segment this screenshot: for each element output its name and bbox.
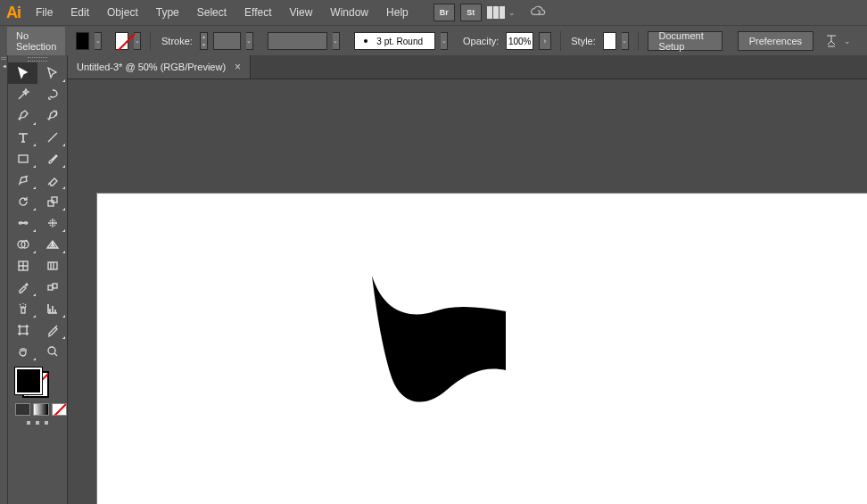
menu-object[interactable]: Object [98, 0, 147, 25]
line-segment-tool[interactable] [37, 127, 67, 148]
shape-builder-tool[interactable] [8, 234, 37, 255]
stroke-swatch[interactable] [115, 32, 128, 50]
mesh-tool[interactable] [8, 255, 37, 277]
bridge-button[interactable]: Br [434, 4, 455, 21]
tools-panel [8, 55, 68, 504]
brush-dropdown[interactable]: ⌄ [441, 32, 448, 50]
eyedropper-tool[interactable] [8, 277, 37, 298]
panel-dock-left[interactable]: ◂◂ [0, 55, 8, 504]
menu-items: File Edit Object Type Select Effect View… [27, 0, 417, 25]
lasso-tool[interactable] [37, 84, 67, 105]
menu-edit[interactable]: Edit [62, 0, 98, 25]
svg-rect-0 [19, 155, 28, 162]
fill-color-swatch[interactable] [15, 368, 42, 394]
zoom-tool[interactable] [37, 341, 67, 362]
collapse-dock-icon[interactable]: ◂◂ [0, 62, 7, 69]
control-bar: No Selection ⌄ ⌄ Stroke: ▲▼ ⌄ ⌄ 3 pt. Ro… [0, 25, 867, 57]
gradient-tool[interactable] [37, 255, 67, 277]
artboard[interactable] [96, 193, 867, 504]
slice-tool[interactable] [37, 319, 67, 341]
blend-tool[interactable] [37, 277, 67, 298]
menu-help[interactable]: Help [377, 0, 417, 25]
pen-tool[interactable] [8, 105, 37, 127]
paintbrush-tool[interactable] [37, 148, 67, 169]
menu-window[interactable]: Window [321, 0, 377, 25]
color-mode-none[interactable] [52, 403, 67, 416]
graphic-style-swatch[interactable] [603, 32, 616, 50]
rectangle-tool[interactable] [8, 148, 37, 169]
color-mode-row [8, 401, 67, 416]
style-label: Style: [569, 36, 598, 46]
selection-status: No Selection [7, 27, 65, 56]
variable-width-dropdown[interactable]: ⌄ [333, 32, 340, 50]
menu-type[interactable]: Type [147, 0, 188, 25]
curvature-tool[interactable] [37, 105, 67, 127]
menu-bar: Ai File Edit Object Type Select Effect V… [0, 0, 867, 25]
canvas[interactable] [68, 78, 867, 504]
symbol-sprayer-tool[interactable] [8, 298, 37, 319]
magic-wand-tool[interactable] [8, 84, 37, 105]
svg-rect-9 [53, 284, 57, 288]
perspective-grid-tool[interactable] [37, 234, 67, 255]
width-tool[interactable] [8, 212, 37, 234]
menu-view[interactable]: View [281, 0, 322, 25]
workspace: ◂◂ [0, 55, 867, 504]
brush-preview-icon [364, 39, 367, 43]
stock-button[interactable]: St [460, 4, 482, 21]
variable-width-profile[interactable] [268, 32, 327, 50]
svg-rect-7 [48, 262, 57, 269]
color-mode-gradient[interactable] [33, 403, 48, 416]
fill-swatch[interactable] [76, 32, 89, 50]
document-tab-bar: Untitled-3* @ 50% (RGB/Preview) × [68, 55, 867, 79]
graphic-style-dropdown[interactable]: ⌄ [622, 32, 629, 50]
svg-point-12 [48, 347, 55, 354]
opacity-popup-button[interactable]: › [539, 32, 550, 50]
stroke-weight-label: Stroke: [160, 36, 194, 46]
scale-tool[interactable] [37, 191, 67, 212]
svg-rect-1 [48, 201, 54, 206]
rotate-tool[interactable] [8, 191, 37, 212]
hand-tool[interactable] [8, 341, 37, 362]
document-area: Untitled-3* @ 50% (RGB/Preview) × [68, 55, 867, 504]
direct-selection-tool[interactable] [37, 62, 67, 84]
preferences-button[interactable]: Preferences [738, 31, 813, 51]
svg-point-3 [52, 222, 54, 224]
svg-rect-10 [21, 308, 25, 313]
align-dropdown-icon[interactable]: ⌄ [844, 37, 851, 45]
brush-definition[interactable]: 3 pt. Round [354, 32, 435, 50]
svg-rect-11 [20, 326, 27, 334]
type-tool[interactable] [8, 127, 37, 148]
column-graph-tool[interactable] [37, 298, 67, 319]
artboard-tool[interactable] [8, 319, 37, 341]
free-transform-tool[interactable] [37, 212, 67, 234]
fill-stroke-block [8, 362, 67, 401]
align-to-icon[interactable] [824, 32, 838, 50]
close-tab-icon[interactable]: × [235, 61, 241, 73]
shaper-tool[interactable] [8, 169, 37, 191]
fill-dropdown[interactable]: ⌄ [95, 32, 102, 50]
screen-mode-dots[interactable] [8, 416, 67, 430]
menu-select[interactable]: Select [188, 0, 235, 25]
svg-rect-2 [52, 197, 57, 202]
vector-shape[interactable] [365, 276, 508, 409]
opacity-label: Opacity: [461, 36, 500, 46]
tools-grip[interactable] [8, 55, 67, 62]
svg-rect-8 [48, 285, 53, 290]
stroke-weight-input[interactable] [213, 32, 241, 50]
app-logo: Ai [0, 0, 27, 25]
document-tab-title: Untitled-3* @ 50% (RGB/Preview) [77, 62, 226, 72]
stroke-weight-dropdown[interactable]: ⌄ [246, 32, 253, 50]
stroke-weight-stepper[interactable]: ▲▼ [200, 32, 208, 50]
document-tab[interactable]: Untitled-3* @ 50% (RGB/Preview) × [68, 55, 251, 78]
brush-name: 3 pt. Round [376, 37, 423, 46]
eraser-tool[interactable] [37, 169, 67, 191]
arrange-dropdown-icon[interactable]: ⌄ [508, 8, 516, 17]
document-setup-button[interactable]: Document Setup [648, 31, 723, 51]
sync-settings-icon[interactable] [524, 5, 548, 20]
menu-file[interactable]: File [27, 0, 62, 25]
menu-effect[interactable]: Effect [235, 0, 280, 25]
opacity-input[interactable]: 100% [506, 32, 533, 50]
selection-tool[interactable] [8, 62, 37, 84]
color-mode-solid[interactable] [15, 403, 30, 416]
arrange-documents-button[interactable] [487, 6, 505, 19]
